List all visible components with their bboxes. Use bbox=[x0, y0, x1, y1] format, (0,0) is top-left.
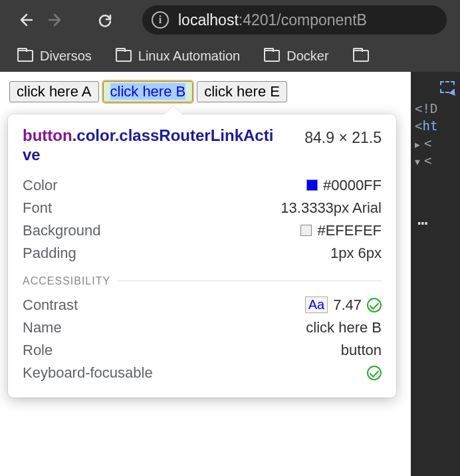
folder-icon bbox=[353, 50, 369, 62]
button-click-here-b[interactable]: click here B bbox=[103, 81, 193, 102]
devtools-node-collapsed[interactable]: ▶< bbox=[411, 134, 460, 152]
folder-icon bbox=[116, 50, 132, 62]
element-inspector-tooltip: button.color.classRouterLinkActive 84.9 … bbox=[8, 114, 396, 398]
reload-button[interactable] bbox=[93, 8, 117, 32]
folder-icon bbox=[17, 50, 33, 62]
inspector-row-color: Color #0000FF bbox=[23, 174, 382, 197]
accessibility-section-label: ACCESSIBILITY bbox=[23, 275, 110, 287]
bookmark-folder-diversos[interactable]: Diversos bbox=[17, 49, 92, 64]
back-button[interactable] bbox=[13, 8, 37, 32]
inspector-dimensions: 84.9 × 21.5 bbox=[304, 126, 382, 147]
site-info-icon[interactable]: i bbox=[152, 11, 169, 29]
button-click-here-e[interactable]: click here E bbox=[197, 81, 287, 102]
devtools-node-doctype[interactable]: <!D bbox=[411, 100, 460, 117]
arrow-left-icon bbox=[17, 12, 33, 28]
color-swatch-icon bbox=[300, 225, 312, 236]
inspector-row-contrast: Contrast Aa 7.47 bbox=[23, 294, 382, 316]
inspector-selector: button.color.classRouterLinkActive bbox=[23, 126, 275, 165]
forward-button[interactable] bbox=[44, 8, 68, 32]
bookmark-folder-linux-automation[interactable]: Linux Automation bbox=[116, 49, 240, 64]
contrast-sample-icon: Aa bbox=[305, 297, 328, 313]
color-swatch-icon bbox=[306, 179, 318, 191]
url-host: localhost bbox=[178, 11, 239, 29]
inspector-row-keyboard-focusable: Keyboard-focusable bbox=[23, 362, 382, 384]
inspector-row-background: Background #EFEFEF bbox=[23, 219, 382, 242]
bookmark-label: Docker bbox=[287, 49, 328, 64]
bookmark-label: Diversos bbox=[40, 49, 92, 64]
bookmark-folder-overflow[interactable] bbox=[353, 50, 369, 62]
url-path: :4201/componentB bbox=[239, 11, 367, 29]
button-click-here-a[interactable]: click here A bbox=[9, 81, 99, 102]
check-circle-icon bbox=[367, 298, 382, 312]
bookmark-label: Linux Automation bbox=[138, 49, 240, 64]
page-viewport: click here A click here B click here E b… bbox=[0, 72, 411, 476]
reload-icon bbox=[97, 12, 113, 28]
devtools-panel[interactable]: <!D <ht ▶< ▼< … bbox=[411, 72, 460, 476]
address-bar[interactable]: i localhost:4201/componentB bbox=[142, 5, 447, 35]
browser-nav-bar: i localhost:4201/componentB bbox=[0, 0, 460, 40]
inspector-row-padding: Padding 1px 6px bbox=[23, 242, 382, 265]
inspector-row-font: Font 13.3333px Arial bbox=[23, 197, 382, 219]
bookmarks-bar: Diversos Linux Automation Docker bbox=[0, 40, 460, 72]
arrow-right-icon bbox=[48, 12, 64, 28]
inspector-row-role: Role button bbox=[23, 339, 382, 362]
folder-icon bbox=[264, 50, 280, 62]
bookmark-folder-docker[interactable]: Docker bbox=[264, 49, 328, 64]
devtools-node-html[interactable]: <ht bbox=[411, 117, 460, 134]
inspector-row-name: Name click here B bbox=[23, 316, 382, 339]
check-circle-icon bbox=[367, 366, 382, 380]
devtools-more-icon[interactable]: … bbox=[411, 169, 460, 269]
element-picker-icon[interactable] bbox=[440, 81, 455, 93]
devtools-node-expanded[interactable]: ▼< bbox=[411, 152, 460, 169]
